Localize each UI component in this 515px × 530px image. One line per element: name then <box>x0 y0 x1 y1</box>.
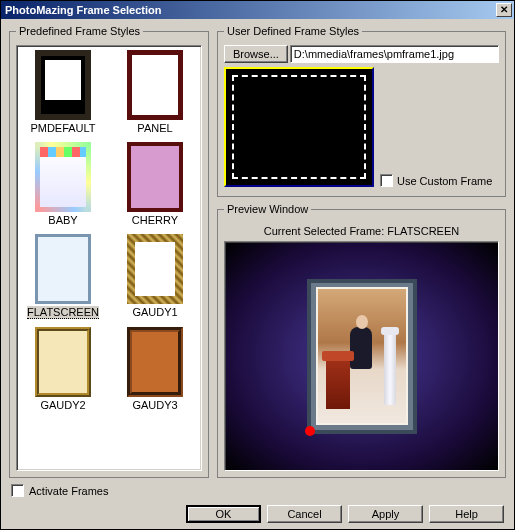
frame-thumb-label: FLATSCREEN <box>27 306 99 319</box>
use-custom-label: Use Custom Frame <box>397 175 492 187</box>
right-column: User Defined Frame Styles Browse... Use … <box>217 25 506 478</box>
frame-swatch-icon <box>35 50 91 120</box>
preview-photo-image <box>316 287 408 425</box>
frame-swatch-icon <box>127 50 183 120</box>
frame-thumb-cherry[interactable]: CHERRY <box>111 142 199 226</box>
predefined-legend: Predefined Frame Styles <box>16 25 143 37</box>
user-preview-row: Use Custom Frame <box>224 67 499 187</box>
frame-thumbnails-grid: PMDEFAULTPANELBABYCHERRYFLATSCREENGAUDY1… <box>19 50 199 411</box>
frame-swatch-icon <box>127 142 183 212</box>
frame-thumb-baby[interactable]: BABY <box>19 142 107 226</box>
frame-swatch-icon <box>127 327 183 397</box>
ok-button[interactable]: OK <box>186 505 261 523</box>
title-bar: PhotoMazing Frame Selection ✕ <box>1 1 514 19</box>
activate-frames-label: Activate Frames <box>29 485 108 497</box>
preview-legend: Preview Window <box>224 203 311 215</box>
browse-row: Browse... <box>224 45 499 63</box>
browse-button[interactable]: Browse... <box>224 45 288 63</box>
frame-swatch-icon <box>35 327 91 397</box>
preview-viewport <box>224 241 499 471</box>
frame-thumb-label: BABY <box>48 214 77 226</box>
user-defined-group: User Defined Frame Styles Browse... Use … <box>217 25 506 197</box>
use-custom-checkbox[interactable] <box>380 174 393 187</box>
frame-thumb-label: PMDEFAULT <box>30 122 95 134</box>
frame-thumb-panel[interactable]: PANEL <box>111 50 199 134</box>
main-columns: Predefined Frame Styles PMDEFAULTPANELBA… <box>9 25 506 478</box>
activate-frames-checkbox[interactable] <box>11 484 24 497</box>
preview-framed-photo <box>307 279 417 434</box>
frame-thumb-label: GAUDY3 <box>132 399 177 411</box>
apply-button[interactable]: Apply <box>348 505 423 523</box>
photo-prop-column <box>384 333 396 405</box>
frame-thumb-gaudy2[interactable]: GAUDY2 <box>19 327 107 411</box>
frame-swatch-icon <box>127 234 183 304</box>
frame-thumb-gaudy1[interactable]: GAUDY1 <box>111 234 199 319</box>
user-frame-preview <box>224 67 374 187</box>
photo-prop-table <box>326 359 350 409</box>
title-text: PhotoMazing Frame Selection <box>3 4 496 16</box>
use-custom-frame-option[interactable]: Use Custom Frame <box>380 174 492 187</box>
frame-thumb-gaudy3[interactable]: GAUDY3 <box>111 327 199 411</box>
frame-thumb-label: PANEL <box>137 122 172 134</box>
cancel-button[interactable]: Cancel <box>267 505 342 523</box>
frame-swatch-icon <box>35 142 91 212</box>
resize-handle-icon[interactable] <box>305 426 315 436</box>
frame-thumbnails-scroll[interactable]: PMDEFAULTPANELBABYCHERRYFLATSCREENGAUDY1… <box>16 45 202 471</box>
help-button[interactable]: Help <box>429 505 504 523</box>
current-frame-label: Current Selected Frame: FLATSCREEN <box>224 225 499 237</box>
frame-swatch-icon <box>35 234 91 304</box>
activate-frames-option[interactable]: Activate Frames <box>9 480 506 499</box>
user-defined-legend: User Defined Frame Styles <box>224 25 362 37</box>
predefined-frame-group: Predefined Frame Styles PMDEFAULTPANELBA… <box>9 25 209 478</box>
frame-thumb-label: CHERRY <box>132 214 178 226</box>
frame-path-input[interactable] <box>290 45 499 63</box>
frame-thumb-label: GAUDY2 <box>40 399 85 411</box>
frame-thumb-flatscreen[interactable]: FLATSCREEN <box>19 234 107 319</box>
dialog-content: Predefined Frame Styles PMDEFAULTPANELBA… <box>1 19 514 529</box>
preview-group: Preview Window Current Selected Frame: F… <box>217 203 506 478</box>
close-icon[interactable]: ✕ <box>496 3 512 17</box>
dialog-window: PhotoMazing Frame Selection ✕ Predefined… <box>0 0 515 530</box>
dialog-buttons: OK Cancel Apply Help <box>9 501 506 525</box>
frame-thumb-label: GAUDY1 <box>132 306 177 318</box>
frame-thumb-pmdefault[interactable]: PMDEFAULT <box>19 50 107 134</box>
